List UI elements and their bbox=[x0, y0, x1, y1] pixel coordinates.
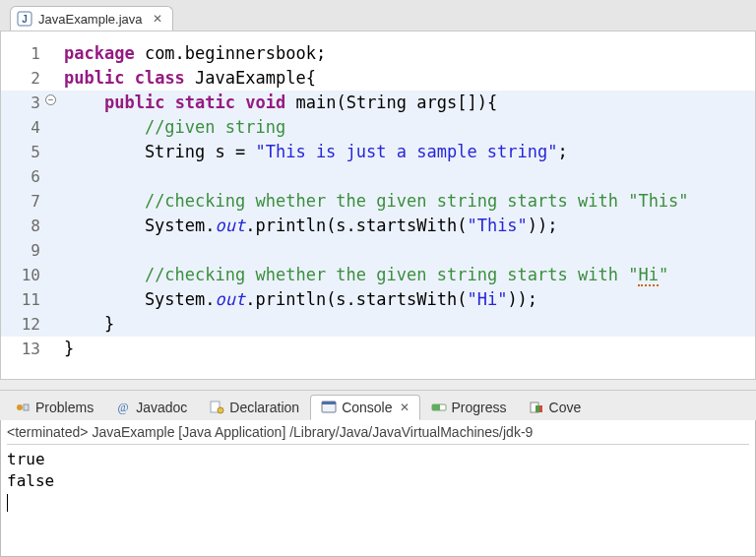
tab-progress[interactable]: Progress bbox=[420, 395, 518, 420]
java-file-icon: J bbox=[17, 11, 32, 27]
line-number: 10 bbox=[1, 264, 50, 287]
line-number: 13 bbox=[1, 338, 50, 361]
code-line[interactable]: 1package com.beginnersbook; bbox=[1, 41, 755, 66]
code-line[interactable]: 9 bbox=[1, 238, 755, 263]
code-source[interactable]: String s = "This is just a sample string… bbox=[50, 140, 568, 163]
view-tab-label: Progress bbox=[452, 400, 507, 415]
code-source[interactable]: public class JavaExample{ bbox=[50, 66, 316, 90]
fold-toggle-icon[interactable]: − bbox=[45, 94, 56, 105]
code-editor[interactable]: 1package com.beginnersbook;2public class… bbox=[0, 31, 756, 380]
console-panel: <terminated> JavaExample [Java Applicati… bbox=[0, 420, 756, 557]
code-source[interactable]: public static void main(String args[]){ bbox=[50, 91, 497, 114]
javadoc-icon: @ bbox=[115, 400, 131, 415]
svg-point-2 bbox=[17, 404, 23, 410]
svg-point-6 bbox=[218, 407, 223, 413]
svg-rect-8 bbox=[322, 402, 336, 404]
svg-rect-3 bbox=[24, 404, 29, 410]
code-source[interactable]: } bbox=[50, 337, 74, 360]
tab-coverage[interactable]: Cove bbox=[518, 395, 593, 420]
code-line[interactable]: 12 } bbox=[1, 312, 755, 337]
console-output[interactable]: true false bbox=[7, 449, 749, 514]
problems-icon bbox=[15, 400, 31, 415]
line-number: 2 bbox=[1, 67, 50, 91]
line-number: 3− bbox=[1, 92, 50, 115]
view-tab-label: Declaration bbox=[229, 400, 299, 415]
line-number: 12 bbox=[1, 313, 50, 337]
code-line[interactable]: 13} bbox=[1, 337, 755, 361]
svg-rect-10 bbox=[432, 404, 440, 410]
code-source[interactable] bbox=[50, 238, 74, 262]
code-source[interactable] bbox=[50, 164, 74, 188]
code-source[interactable]: System.out.println(s.startsWith("This"))… bbox=[50, 214, 558, 237]
code-line[interactable]: 4 //given string bbox=[1, 115, 755, 140]
tab-console[interactable]: Console✕ bbox=[310, 395, 419, 420]
tab-javadoc[interactable]: @Javadoc bbox=[104, 395, 198, 420]
code-source[interactable]: //checking whether the given string star… bbox=[50, 189, 689, 213]
ide-window: J JavaExample.java ✕ 1package com.beginn… bbox=[0, 0, 756, 557]
code-line[interactable]: 3− public static void main(String args[]… bbox=[1, 91, 755, 115]
view-tab-label: Problems bbox=[35, 400, 94, 415]
close-icon[interactable]: ✕ bbox=[400, 401, 410, 414]
code-source[interactable]: System.out.println(s.startsWith("Hi")); bbox=[50, 287, 537, 311]
code-line[interactable]: 6 bbox=[1, 164, 755, 189]
view-tab-label: Console bbox=[342, 400, 392, 415]
line-number: 11 bbox=[1, 288, 50, 312]
line-number: 6 bbox=[1, 165, 50, 189]
declaration-icon bbox=[209, 400, 224, 415]
progress-icon bbox=[431, 400, 447, 415]
line-number: 7 bbox=[1, 190, 50, 214]
tab-declaration[interactable]: Declaration bbox=[198, 395, 310, 420]
code-line[interactable]: 10 //checking whether the given string s… bbox=[1, 263, 755, 287]
line-number: 5 bbox=[1, 141, 50, 164]
view-tab-label: Javadoc bbox=[136, 400, 187, 415]
code-line[interactable]: 5 String s = "This is just a sample stri… bbox=[1, 140, 755, 164]
console-launch-title: <terminated> JavaExample [Java Applicati… bbox=[7, 424, 749, 445]
code-line[interactable]: 11 System.out.println(s.startsWith("Hi")… bbox=[1, 287, 755, 312]
close-icon[interactable]: ✕ bbox=[153, 12, 162, 26]
editor-tab-bar: J JavaExample.java ✕ bbox=[0, 0, 756, 31]
line-number: 9 bbox=[1, 239, 50, 263]
tab-problems[interactable]: Problems bbox=[4, 395, 104, 420]
svg-text:@: @ bbox=[118, 401, 129, 414]
svg-text:J: J bbox=[22, 14, 28, 25]
editor-tab-label: JavaExample.java bbox=[38, 12, 143, 27]
line-number: 1 bbox=[1, 42, 50, 66]
svg-rect-13 bbox=[536, 405, 539, 412]
text-cursor bbox=[7, 494, 8, 512]
code-source[interactable]: //given string bbox=[50, 115, 285, 139]
code-line[interactable]: 2public class JavaExample{ bbox=[1, 66, 755, 91]
views-tab-bar: Problems@JavadocDeclarationConsole✕Progr… bbox=[0, 390, 756, 420]
line-number: 8 bbox=[1, 215, 50, 238]
console-icon bbox=[321, 400, 337, 415]
code-source[interactable]: //checking whether the given string star… bbox=[50, 263, 668, 286]
code-line[interactable]: 7 //checking whether the given string st… bbox=[1, 189, 755, 214]
view-tab-label: Cove bbox=[549, 400, 582, 415]
editor-tab-javaexample[interactable]: J JavaExample.java ✕ bbox=[10, 6, 173, 31]
code-source[interactable]: } bbox=[50, 312, 114, 336]
coverage-icon bbox=[529, 400, 544, 415]
line-number: 4 bbox=[1, 116, 50, 140]
code-line[interactable]: 8 System.out.println(s.startsWith("This"… bbox=[1, 214, 755, 238]
code-source[interactable]: package com.beginnersbook; bbox=[50, 41, 326, 65]
